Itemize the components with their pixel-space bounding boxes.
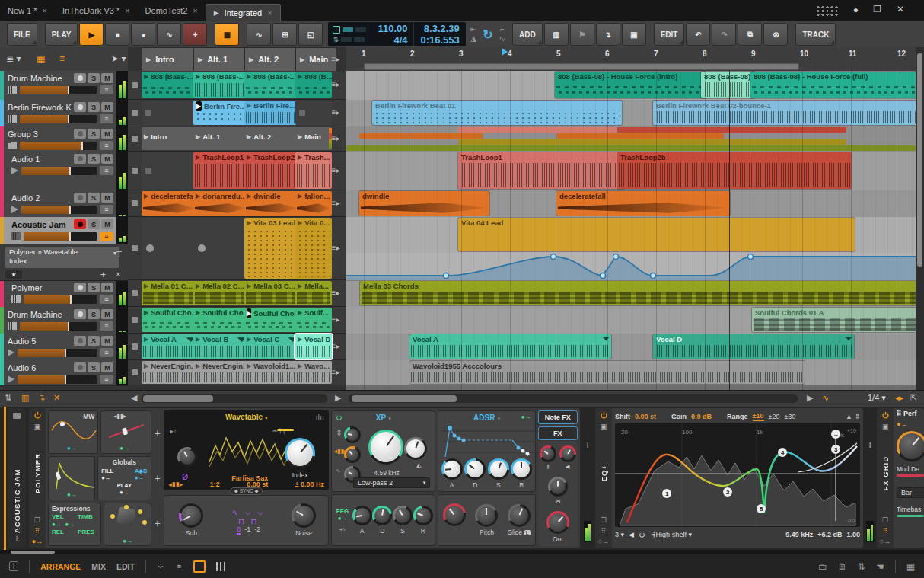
mod-expressions-cell[interactable]: Expressions VEL TIMB ●→ ●→ REL PRES: [48, 503, 101, 546]
track-menu-button[interactable]: ≡: [100, 85, 113, 94]
add-device-icon[interactable]: +: [14, 533, 19, 544]
launcher-clip[interactable]: ▶Mella 02 C...: [193, 281, 248, 305]
xp-res-knob[interactable]: [404, 437, 427, 460]
eq-shift-value[interactable]: 0.00 st: [635, 413, 656, 420]
cursor-tool-icon[interactable]: ➤ ▾: [111, 51, 126, 66]
fxgrid-preset-icon[interactable]: ▣: [882, 423, 889, 430]
solo-button[interactable]: S: [88, 154, 100, 164]
launcher-clip[interactable]: ▶Soulful Cho...: [142, 308, 197, 332]
view-arrange[interactable]: ARRANGE: [40, 562, 81, 571]
launcher-menu-icon[interactable]: ≡▸: [327, 55, 344, 63]
tab-new-1-[interactable]: New 1 *×: [0, 0, 55, 21]
automation-toggle-icon[interactable]: ∿: [822, 393, 829, 403]
track-menu-button[interactable]: ≡: [100, 295, 113, 304]
stop-button[interactable]: [132, 245, 138, 251]
track-row-audio-5[interactable]: Audio 5SM≡: [0, 334, 128, 361]
launcher-clip[interactable]: ▶Trash...: [295, 152, 332, 189]
launcher-empty-cell[interactable]: [142, 101, 197, 125]
add-modulator-icon[interactable]: +: [153, 472, 161, 484]
launcher-clip[interactable]: ▶Wavoloid1...: [244, 361, 299, 384]
amp-a-knob[interactable]: [441, 458, 463, 480]
launcher-clip[interactable]: ▶Mella 03 C...: [244, 281, 299, 305]
scene-play-icon[interactable]: ▶: [300, 56, 304, 63]
scene-play-icon[interactable]: ▶: [198, 56, 202, 63]
xp-cutoff-value[interactable]: 4.59 kHz: [365, 469, 408, 477]
xp-cutoff-knob[interactable]: [368, 430, 403, 465]
record-arm-button[interactable]: [74, 219, 86, 229]
mod-route-icon[interactable]: ●→: [119, 445, 129, 452]
solo-button[interactable]: S: [88, 73, 100, 83]
track-row-drum-machine[interactable]: Drum MachineSM≡: [0, 71, 128, 101]
volume-slider[interactable]: [18, 375, 97, 384]
polymer-power-icon[interactable]: [33, 411, 42, 420]
record-arm-button[interactable]: [74, 336, 86, 346]
volume-slider[interactable]: [20, 115, 97, 123]
clip-automation-button[interactable]: ∿: [247, 23, 271, 46]
fade-in-icon[interactable]: ⌐: [499, 26, 505, 34]
eq-solo-icon[interactable]: ▲ ⇕: [846, 413, 860, 420]
track-row-audio-6[interactable]: Audio 6SM≡: [0, 360, 128, 386]
mute-button[interactable]: M: [101, 193, 113, 203]
loop-icon[interactable]: ↻: [476, 27, 499, 42]
launcher-clip[interactable]: ▶NeverEngin...: [142, 361, 197, 384]
arranger-clip[interactable]: Vocal D◥◤: [653, 334, 854, 359]
wavetable-panel[interactable]: Wavetable ▾ılıı ▸↑ Ø Farfisa Sax ⚮ ⟩ | I…: [164, 410, 329, 490]
track-row-audio-1[interactable]: Audio 1SM≡: [0, 152, 128, 191]
launcher-scroll-handle[interactable]: [143, 395, 213, 402]
scale-icon[interactable]: ⁘: [157, 561, 164, 572]
stop-button[interactable]: ■: [105, 23, 129, 46]
tab-demotest2[interactable]: DemoTest2×: [138, 0, 206, 21]
adsr-route-icon[interactable]: ●→: [521, 414, 531, 420]
import-icon[interactable]: ↴: [596, 23, 620, 46]
track-list-mode-icon[interactable]: ≣ ▾: [6, 51, 21, 66]
track-menu-button[interactable]: ≡: [100, 166, 113, 175]
spread-knob[interactable]: [559, 445, 576, 462]
mapping-panel-icon[interactable]: ⇅: [858, 561, 865, 572]
stop-button[interactable]: [132, 200, 138, 206]
edit-button[interactable]: EDIT: [654, 23, 685, 46]
volume-slider[interactable]: [18, 349, 97, 357]
mod-dice-cell[interactable]: ●→: [104, 503, 151, 546]
launcher-empty-cell[interactable]: [295, 101, 332, 125]
time-value[interactable]: 0:16.553: [420, 34, 459, 46]
pitch-knob[interactable]: [475, 504, 498, 527]
stop-button[interactable]: [132, 317, 138, 323]
record-arm-button[interactable]: [74, 283, 86, 292]
zoom-fit-icon[interactable]: ⇱: [910, 393, 917, 403]
eq-band-q[interactable]: 1.00: [846, 531, 860, 538]
mod-route-icon[interactable]: ●→: [67, 491, 77, 498]
delete-icon[interactable]: ⊗: [763, 23, 788, 46]
launcher-clip[interactable]: ▶Vocal D◥◤: [295, 334, 332, 359]
notefx-button[interactable]: Note FX: [538, 410, 578, 424]
mod-keytrack-cell[interactable]: ◂▮▮▸ ●→: [100, 410, 151, 454]
launcher-clip[interactable]: ▶808 (B...: [295, 72, 332, 98]
scene-play-icon[interactable]: ▶: [249, 56, 253, 63]
launcher-clip[interactable]: ▶TrashLoop2b: [244, 152, 299, 189]
mute-button[interactable]: M: [101, 73, 113, 83]
touch-panel-icon[interactable]: ☚: [876, 561, 884, 572]
arranger-clip[interactable]: Berlin Firework Beat 01: [372, 101, 622, 125]
groove-toggles[interactable]: ⇅: [328, 22, 371, 46]
adsr-panel[interactable]: ADSR ▾●→ A D S R: [438, 410, 535, 492]
minimize-icon[interactable]: ●: [853, 5, 859, 15]
eq-display[interactable]: 20 100 1k 10k +10 -10 ↔ 1 2: [615, 423, 860, 527]
fxgrid-bar-dropdown[interactable]: Bar▾: [897, 487, 924, 498]
automation-write-button[interactable]: ∿: [157, 23, 181, 46]
xp-key-knob[interactable]: [344, 446, 361, 463]
stop-button[interactable]: [132, 110, 138, 116]
play-button[interactable]: ▶: [79, 23, 104, 46]
playstart-marker[interactable]: [502, 48, 508, 56]
timeline-ruler[interactable]: 123456789101112: [346, 47, 916, 71]
eq-band-power-icon[interactable]: [639, 532, 645, 538]
launcher-clip[interactable]: ▶Wavo...: [295, 361, 332, 384]
polymer-grid-icon[interactable]: ⠿: [35, 527, 40, 535]
track-row-drum-machine[interactable]: Drum MachineSM≡: [0, 307, 128, 334]
osc-keys-icon[interactable]: ◂▮▮▸: [168, 481, 183, 488]
fx-button[interactable]: FX: [538, 426, 578, 440]
stop-button[interactable]: [132, 82, 138, 88]
solo-button[interactable]: S: [88, 193, 100, 203]
eq-band-type-dropdown[interactable]: ⊰High-shelf ▾: [650, 531, 692, 538]
noise-knob[interactable]: [292, 503, 316, 528]
eq-window-icon[interactable]: ❐: [601, 516, 607, 524]
volume-slider[interactable]: [24, 295, 97, 304]
